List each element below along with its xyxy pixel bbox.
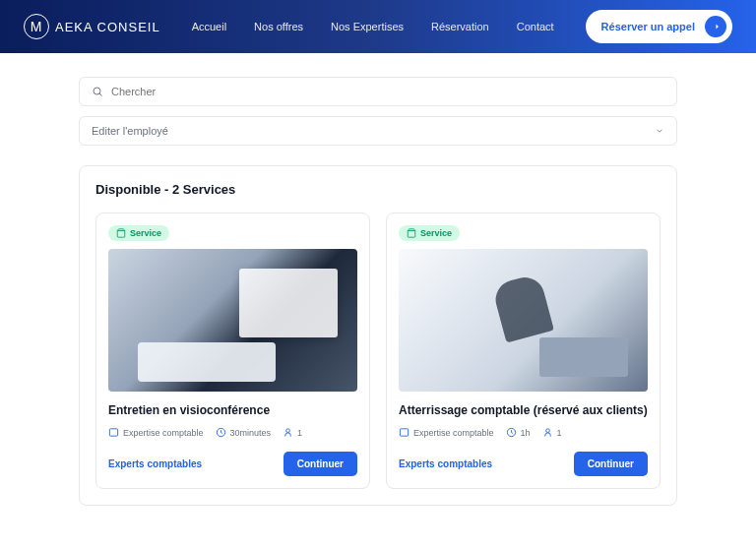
capacity-meta: 1 xyxy=(283,427,302,438)
person-icon xyxy=(283,427,293,438)
service-card: Service Atterrissage comptable (réservé … xyxy=(386,213,661,489)
bag-icon xyxy=(407,228,416,238)
folder-icon xyxy=(108,427,119,438)
nav-offres[interactable]: Nos offres xyxy=(254,21,303,32)
card-footer: Experts comptables Continuer xyxy=(399,452,648,476)
experts-link[interactable]: Experts comptables xyxy=(399,458,492,469)
logo-text: AEKA CONSEIL xyxy=(55,20,160,34)
panel-title: Disponible - 2 Services xyxy=(95,182,661,197)
duration-meta: 1h xyxy=(506,427,531,438)
nav-accueil[interactable]: Accueil xyxy=(192,21,226,32)
top-header: M AEKA CONSEIL Accueil Nos offres Nos Ex… xyxy=(0,0,756,53)
folder-icon xyxy=(399,427,410,438)
continue-button[interactable]: Continuer xyxy=(284,452,357,476)
arrow-right-icon xyxy=(705,16,726,37)
reserve-call-button[interactable]: Réserver un appel xyxy=(586,10,732,43)
continue-button[interactable]: Continuer xyxy=(574,452,648,476)
svg-point-0 xyxy=(94,88,100,94)
svg-point-3 xyxy=(286,429,290,433)
service-badge: Service xyxy=(399,225,460,241)
select-label: Editer l'employé xyxy=(92,125,168,137)
svg-rect-4 xyxy=(400,429,408,436)
bag-icon xyxy=(116,228,126,238)
nav-contact[interactable]: Contact xyxy=(517,21,554,32)
service-title: Entretien en visioconférence xyxy=(108,403,357,417)
logo-icon: M xyxy=(24,14,49,39)
category-meta: Expertise comptable xyxy=(399,427,494,438)
search-icon xyxy=(92,86,103,97)
nav-expertises[interactable]: Nos Expertises xyxy=(331,21,404,32)
service-card: Service Entretien en visioconférence Exp… xyxy=(95,213,370,489)
category-meta: Expertise comptable xyxy=(108,427,204,438)
card-footer: Experts comptables Continuer xyxy=(108,452,357,476)
service-badge: Service xyxy=(108,225,169,241)
search-input[interactable] xyxy=(111,86,664,97)
brand-logo[interactable]: M AEKA CONSEIL xyxy=(24,14,160,39)
svg-rect-1 xyxy=(109,429,117,436)
service-meta: Expertise comptable 30minutes 1 xyxy=(108,427,357,438)
services-panel: Disponible - 2 Services Service Entretie… xyxy=(79,165,677,506)
service-cards: Service Entretien en visioconférence Exp… xyxy=(95,213,661,489)
capacity-meta: 1 xyxy=(542,427,562,438)
badge-label: Service xyxy=(130,228,161,238)
duration-meta: 30minutes xyxy=(216,427,272,438)
service-image xyxy=(108,249,357,392)
service-title: Atterrissage comptable (réservé aux clie… xyxy=(399,403,648,417)
service-image xyxy=(399,249,648,392)
clock-icon xyxy=(216,427,226,438)
experts-link[interactable]: Experts comptables xyxy=(108,458,202,469)
chevron-down-icon xyxy=(655,126,664,136)
employee-select[interactable]: Editer l'employé xyxy=(79,116,677,146)
main-nav: Accueil Nos offres Nos Expertises Réserv… xyxy=(192,21,554,32)
search-container[interactable] xyxy=(79,77,677,106)
badge-label: Service xyxy=(420,228,452,238)
cta-label: Réserver un appel xyxy=(601,21,695,32)
service-meta: Expertise comptable 1h 1 xyxy=(399,427,648,438)
clock-icon xyxy=(506,427,517,438)
svg-point-6 xyxy=(545,429,549,433)
person-icon xyxy=(542,427,553,438)
main-content: Editer l'employé Disponible - 2 Services… xyxy=(0,53,756,529)
nav-reservation[interactable]: Réservation xyxy=(431,21,489,32)
